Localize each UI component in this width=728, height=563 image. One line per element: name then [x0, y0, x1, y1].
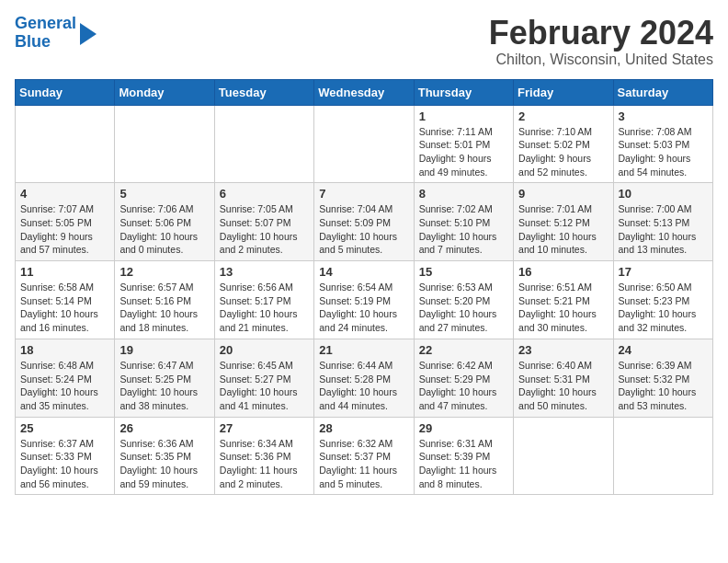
day-number: 2 [518, 109, 608, 123]
day-number: 5 [119, 187, 209, 201]
calendar-cell: 16Sunrise: 6:51 AM Sunset: 5:21 PM Dayli… [514, 261, 613, 339]
day-info: Sunrise: 6:58 AM Sunset: 5:14 PM Dayligh… [20, 281, 109, 335]
day-info: Sunrise: 6:32 AM Sunset: 5:37 PM Dayligh… [319, 437, 408, 491]
day-number: 15 [419, 265, 508, 279]
calendar-cell: 19Sunrise: 6:47 AM Sunset: 5:25 PM Dayli… [115, 339, 214, 417]
day-info: Sunrise: 7:01 AM Sunset: 5:12 PM Dayligh… [518, 202, 608, 257]
calendar-cell: 2Sunrise: 7:10 AM Sunset: 5:02 PM Daylig… [514, 105, 613, 183]
calendar-cell: 21Sunrise: 6:44 AM Sunset: 5:28 PM Dayli… [314, 339, 414, 417]
page-title: February 2024 [489, 15, 713, 52]
calendar-cell: 26Sunrise: 6:36 AM Sunset: 5:35 PM Dayli… [115, 417, 214, 495]
calendar-cell: 7Sunrise: 7:04 AM Sunset: 5:09 PM Daylig… [314, 183, 414, 261]
calendar-cell: 8Sunrise: 7:02 AM Sunset: 5:10 PM Daylig… [414, 183, 513, 261]
calendar-cell: 22Sunrise: 6:42 AM Sunset: 5:29 PM Dayli… [414, 339, 513, 417]
logo-text: General Blue [15, 15, 76, 52]
calendar-cell: 6Sunrise: 7:05 AM Sunset: 5:07 PM Daylig… [214, 183, 313, 261]
day-info: Sunrise: 7:07 AM Sunset: 5:05 PM Dayligh… [20, 202, 109, 257]
calendar-week-row: 25Sunrise: 6:37 AM Sunset: 5:33 PM Dayli… [16, 417, 713, 495]
day-number: 19 [119, 343, 209, 357]
day-number: 1 [419, 109, 508, 123]
day-number: 26 [119, 421, 209, 435]
day-number: 14 [319, 265, 408, 279]
calendar-day-header: Thursday [414, 79, 513, 105]
day-info: Sunrise: 7:00 AM Sunset: 5:13 PM Dayligh… [619, 202, 708, 257]
day-info: Sunrise: 6:57 AM Sunset: 5:16 PM Dayligh… [119, 281, 209, 335]
calendar-cell: 12Sunrise: 6:57 AM Sunset: 5:16 PM Dayli… [115, 261, 214, 339]
day-number: 24 [619, 343, 708, 357]
day-info: Sunrise: 6:44 AM Sunset: 5:28 PM Dayligh… [319, 359, 408, 413]
calendar-header-row: SundayMondayTuesdayWednesdayThursdayFrid… [16, 79, 713, 105]
day-info: Sunrise: 7:04 AM Sunset: 5:09 PM Dayligh… [319, 202, 408, 257]
day-info: Sunrise: 7:11 AM Sunset: 5:01 PM Dayligh… [419, 125, 508, 179]
day-info: Sunrise: 6:39 AM Sunset: 5:32 PM Dayligh… [619, 359, 708, 413]
day-info: Sunrise: 6:54 AM Sunset: 5:19 PM Dayligh… [319, 281, 408, 335]
day-info: Sunrise: 6:37 AM Sunset: 5:33 PM Dayligh… [20, 437, 109, 491]
calendar-cell: 25Sunrise: 6:37 AM Sunset: 5:33 PM Dayli… [16, 417, 115, 495]
calendar-cell: 24Sunrise: 6:39 AM Sunset: 5:32 PM Dayli… [613, 339, 712, 417]
day-number: 16 [518, 265, 608, 279]
calendar-day-header: Friday [514, 79, 613, 105]
calendar-cell: 4Sunrise: 7:07 AM Sunset: 5:05 PM Daylig… [16, 183, 115, 261]
calendar-cell: 1Sunrise: 7:11 AM Sunset: 5:01 PM Daylig… [414, 105, 513, 183]
day-info: Sunrise: 7:06 AM Sunset: 5:06 PM Dayligh… [119, 202, 209, 257]
day-info: Sunrise: 6:31 AM Sunset: 5:39 PM Dayligh… [419, 437, 508, 491]
day-number: 27 [220, 421, 309, 435]
calendar-cell: 15Sunrise: 6:53 AM Sunset: 5:20 PM Dayli… [414, 261, 513, 339]
calendar-week-row: 4Sunrise: 7:07 AM Sunset: 5:05 PM Daylig… [16, 183, 713, 261]
calendar-week-row: 11Sunrise: 6:58 AM Sunset: 5:14 PM Dayli… [16, 261, 713, 339]
day-info: Sunrise: 7:08 AM Sunset: 5:03 PM Dayligh… [619, 125, 708, 179]
day-number: 13 [220, 265, 309, 279]
logo-arrow-icon [80, 23, 97, 45]
day-info: Sunrise: 6:56 AM Sunset: 5:17 PM Dayligh… [220, 281, 309, 335]
calendar-day-header: Monday [115, 79, 214, 105]
calendar-cell: 11Sunrise: 6:58 AM Sunset: 5:14 PM Dayli… [16, 261, 115, 339]
logo-line2: Blue [15, 32, 51, 51]
day-number: 23 [518, 343, 608, 357]
day-info: Sunrise: 6:42 AM Sunset: 5:29 PM Dayligh… [419, 359, 508, 413]
day-number: 8 [419, 187, 508, 201]
day-info: Sunrise: 6:36 AM Sunset: 5:35 PM Dayligh… [119, 437, 209, 491]
logo: General Blue [15, 15, 97, 52]
day-info: Sunrise: 6:45 AM Sunset: 5:27 PM Dayligh… [220, 359, 309, 413]
logo-line1: General [15, 14, 76, 32]
title-block: February 2024 Chilton, Wisconsin, United… [489, 15, 713, 68]
day-number: 25 [20, 421, 109, 435]
day-number: 20 [220, 343, 309, 357]
day-number: 18 [20, 343, 109, 357]
day-number: 29 [419, 421, 508, 435]
day-number: 6 [220, 187, 309, 201]
calendar-cell: 29Sunrise: 6:31 AM Sunset: 5:39 PM Dayli… [414, 417, 513, 495]
day-number: 12 [119, 265, 209, 279]
calendar-cell [214, 105, 313, 183]
day-info: Sunrise: 6:53 AM Sunset: 5:20 PM Dayligh… [419, 281, 508, 335]
day-number: 3 [619, 109, 708, 123]
calendar-cell: 18Sunrise: 6:48 AM Sunset: 5:24 PM Dayli… [16, 339, 115, 417]
day-info: Sunrise: 6:40 AM Sunset: 5:31 PM Dayligh… [518, 359, 608, 413]
page-header: General Blue February 2024 Chilton, Wisc… [15, 15, 713, 68]
calendar-table: SundayMondayTuesdayWednesdayThursdayFrid… [15, 79, 713, 496]
calendar-cell [314, 105, 414, 183]
calendar-cell [16, 105, 115, 183]
calendar-day-header: Saturday [613, 79, 712, 105]
calendar-week-row: 18Sunrise: 6:48 AM Sunset: 5:24 PM Dayli… [16, 339, 713, 417]
day-info: Sunrise: 6:47 AM Sunset: 5:25 PM Dayligh… [119, 359, 209, 413]
calendar-day-header: Tuesday [214, 79, 313, 105]
calendar-week-row: 1Sunrise: 7:11 AM Sunset: 5:01 PM Daylig… [16, 105, 713, 183]
day-info: Sunrise: 6:48 AM Sunset: 5:24 PM Dayligh… [20, 359, 109, 413]
day-info: Sunrise: 7:02 AM Sunset: 5:10 PM Dayligh… [419, 202, 508, 257]
day-number: 11 [20, 265, 109, 279]
calendar-cell: 27Sunrise: 6:34 AM Sunset: 5:36 PM Dayli… [214, 417, 313, 495]
calendar-cell: 17Sunrise: 6:50 AM Sunset: 5:23 PM Dayli… [613, 261, 712, 339]
calendar-cell [613, 417, 712, 495]
calendar-cell: 13Sunrise: 6:56 AM Sunset: 5:17 PM Dayli… [214, 261, 313, 339]
day-info: Sunrise: 7:05 AM Sunset: 5:07 PM Dayligh… [220, 202, 309, 257]
calendar-cell: 10Sunrise: 7:00 AM Sunset: 5:13 PM Dayli… [613, 183, 712, 261]
page-subtitle: Chilton, Wisconsin, United States [489, 52, 713, 68]
day-number: 21 [319, 343, 408, 357]
day-info: Sunrise: 7:10 AM Sunset: 5:02 PM Dayligh… [518, 125, 608, 179]
calendar-cell [514, 417, 613, 495]
day-number: 4 [20, 187, 109, 201]
calendar-cell: 23Sunrise: 6:40 AM Sunset: 5:31 PM Dayli… [514, 339, 613, 417]
calendar-cell: 3Sunrise: 7:08 AM Sunset: 5:03 PM Daylig… [613, 105, 712, 183]
day-number: 7 [319, 187, 408, 201]
